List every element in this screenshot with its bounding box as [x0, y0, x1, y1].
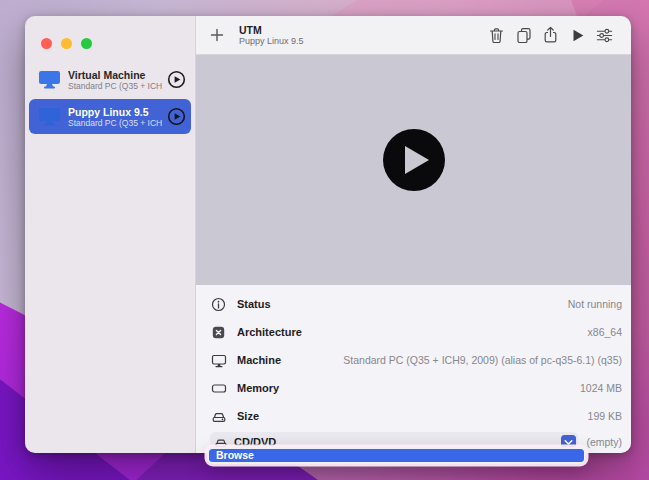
main-pane: UTM Puppy Linux 9.5 — [196, 16, 631, 453]
detail-value: Standard PC (Q35 + ICH9, 2009) (alias of… — [343, 354, 622, 366]
minimize-button[interactable] — [61, 38, 72, 49]
run-button[interactable] — [569, 25, 586, 45]
window-subtitle: Puppy Linux 9.5 — [239, 36, 304, 47]
detail-label: Status — [237, 298, 271, 310]
detail-row-architecture: Architecture x86_64 — [210, 318, 622, 346]
vm-preview-area — [196, 55, 631, 285]
close-button[interactable] — [41, 38, 52, 49]
window-title-block: UTM Puppy Linux 9.5 — [239, 24, 304, 47]
traffic-lights — [25, 16, 195, 49]
cddvd-dropdown-menu: Browse — [207, 447, 586, 464]
display-icon — [210, 353, 227, 368]
trash-icon — [489, 27, 504, 44]
detail-value: x86_64 — [588, 326, 622, 338]
detail-row-size: Size 199 KB — [210, 402, 622, 430]
clone-button[interactable] — [515, 25, 532, 45]
chevron-down-icon — [564, 439, 573, 446]
vm-list-item-puppy-linux[interactable]: Puppy Linux 9.5 Standard PC (Q35 + ICH… — [29, 99, 191, 134]
vm-details-panel: Status Not running Architecture x86_64 — [196, 285, 631, 453]
zoom-button[interactable] — [81, 38, 92, 49]
vm-item-subtitle: Standard PC (Q35 + ICH… — [68, 81, 163, 91]
vm-item-subtitle: Standard PC (Q35 + ICH… — [68, 118, 163, 128]
cddvd-value: (empty) — [586, 436, 622, 448]
detail-row-machine: Machine Standard PC (Q35 + ICH9, 2009) (… — [210, 346, 622, 374]
detail-row-status: Status Not running — [210, 290, 622, 318]
info-icon — [210, 297, 227, 312]
detail-value: 199 KB — [588, 410, 622, 422]
vm-item-title: Virtual Machine — [68, 69, 163, 81]
toolbar: UTM Puppy Linux 9.5 — [196, 16, 631, 55]
detail-label: Size — [237, 410, 259, 422]
play-icon — [571, 28, 585, 43]
vm-list: Virtual Machine Standard PC (Q35 + ICH… — [25, 62, 195, 134]
detail-value: Not running — [568, 298, 622, 310]
settings-button[interactable] — [596, 25, 613, 45]
share-icon — [543, 26, 558, 44]
sidebar: Virtual Machine Standard PC (Q35 + ICH… — [25, 16, 196, 453]
window-title: UTM — [239, 24, 304, 36]
vm-run-icon[interactable] — [167, 70, 186, 89]
delete-button[interactable] — [488, 25, 505, 45]
plus-icon — [210, 28, 224, 42]
preferences-icon — [596, 28, 613, 43]
vm-display-icon — [38, 107, 61, 126]
vm-item-title: Puppy Linux 9.5 — [68, 106, 163, 118]
toolbar-actions — [488, 25, 613, 45]
vm-run-icon[interactable] — [167, 107, 186, 126]
menu-item-browse[interactable]: Browse — [209, 449, 584, 462]
vm-item-text: Virtual Machine Standard PC (Q35 + ICH… — [68, 69, 163, 91]
detail-label: Machine — [237, 354, 281, 366]
drive-icon — [210, 409, 227, 424]
vm-display-icon — [38, 70, 61, 89]
cpu-icon — [210, 325, 227, 340]
detail-label: Architecture — [237, 326, 302, 338]
detail-row-memory: Memory 1024 MB — [210, 374, 622, 402]
memory-icon — [210, 381, 227, 396]
vm-item-text: Puppy Linux 9.5 Standard PC (Q35 + ICH… — [68, 106, 163, 128]
share-button[interactable] — [542, 25, 559, 45]
duplicate-icon — [516, 27, 532, 44]
new-vm-button[interactable] — [206, 24, 228, 46]
utm-window: Virtual Machine Standard PC (Q35 + ICH… — [25, 16, 631, 453]
start-vm-play-button[interactable] — [383, 129, 445, 191]
vm-list-item-virtual-machine[interactable]: Virtual Machine Standard PC (Q35 + ICH… — [29, 62, 191, 97]
detail-value: 1024 MB — [580, 382, 622, 394]
detail-label: Memory — [237, 382, 279, 394]
